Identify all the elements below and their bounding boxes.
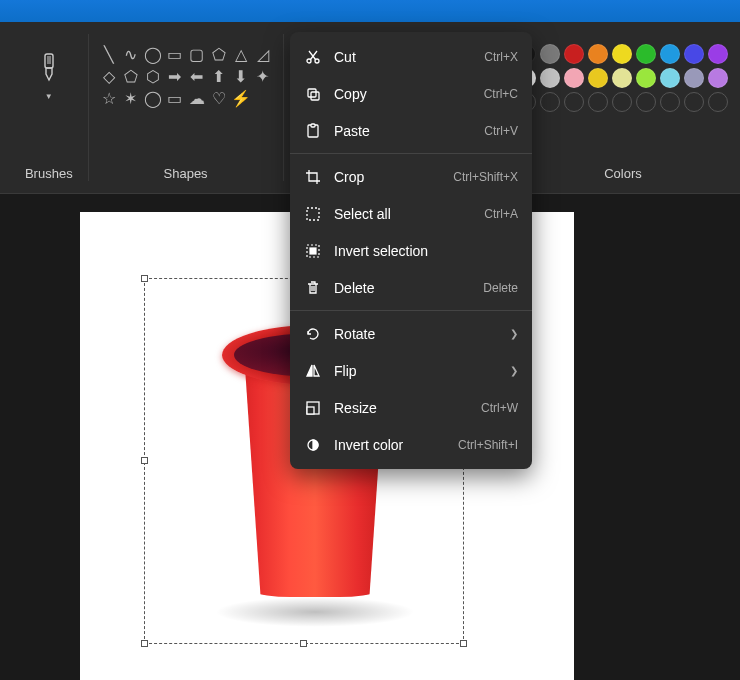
color-palette [516,44,730,114]
shape-curve[interactable]: ∿ [121,44,141,64]
selection-handle-br[interactable] [460,640,467,647]
color-swatch-empty[interactable] [588,92,608,112]
svg-point-3 [307,59,311,63]
window-titlebar[interactable] [0,0,740,22]
color-swatch[interactable] [612,44,632,64]
delete-icon [304,279,322,297]
shape-diamond[interactable]: ◇ [99,66,119,86]
color-swatch-empty[interactable] [612,92,632,112]
color-swatch[interactable] [564,68,584,88]
menu-item-delete[interactable]: DeleteDelete [290,269,532,306]
color-swatch[interactable] [660,68,680,88]
shape-arrow-up[interactable]: ⬆ [209,66,229,86]
rotate-icon [304,325,322,343]
menu-item-crop[interactable]: CropCtrl+Shift+X [290,158,532,195]
menu-item-select-all[interactable]: Select allCtrl+A [290,195,532,232]
menu-item-shortcut: Ctrl+V [484,124,518,138]
shape-oval[interactable]: ◯ [143,44,163,64]
menu-item-label: Invert color [334,437,458,453]
shape-polygon[interactable]: ⬠ [209,44,229,64]
copy-icon [304,85,322,103]
menu-separator [290,310,532,311]
shape-heart[interactable]: ♡ [209,88,229,108]
selection-handle-ml[interactable] [141,457,148,464]
colors-label: Colors [604,166,642,185]
shape-right-triangle[interactable]: ◿ [253,44,273,64]
menu-item-shortcut: Ctrl+W [481,401,518,415]
menu-item-flip[interactable]: Flip❯ [290,352,532,389]
shape-pentagon[interactable]: ⬠ [121,66,141,86]
shape-roundrect[interactable]: ▢ [187,44,207,64]
shape-star6[interactable]: ✶ [121,88,141,108]
selection-handle-bl[interactable] [141,640,148,647]
menu-item-label: Delete [334,280,483,296]
invert-selection-icon [304,242,322,260]
color-swatch-empty[interactable] [540,92,560,112]
shape-star5[interactable]: ☆ [99,88,119,108]
shape-hexagon[interactable]: ⬡ [143,66,163,86]
menu-item-cut[interactable]: CutCtrl+X [290,38,532,75]
menu-item-label: Select all [334,206,484,222]
menu-item-label: Copy [334,86,484,102]
shape-line[interactable]: ╲ [99,44,119,64]
color-swatch-empty[interactable] [660,92,680,112]
menu-item-invert-selection[interactable]: Invert selection [290,232,532,269]
color-swatch-empty[interactable] [564,92,584,112]
shape-callout-round[interactable]: ◯ [143,88,163,108]
shapes-group: ╲ ∿ ◯ ▭ ▢ ⬠ △ ◿ ◇ ⬠ ⬡ ➡ ⬅ ⬆ ⬇ ✦ ☆ ✶ ◯ ▭ … [89,22,283,193]
shape-rect[interactable]: ▭ [165,44,185,64]
selection-handle-bm[interactable] [300,640,307,647]
shape-star4[interactable]: ✦ [253,66,273,86]
color-swatch[interactable] [540,44,560,64]
svg-point-4 [315,59,319,63]
color-swatch[interactable] [588,44,608,64]
cut-icon [304,48,322,66]
menu-item-shortcut: Ctrl+Shift+X [453,170,518,184]
color-swatch[interactable] [540,68,560,88]
color-swatch[interactable] [660,44,680,64]
menu-item-label: Paste [334,123,484,139]
svg-rect-6 [311,92,319,100]
shape-triangle[interactable]: △ [231,44,251,64]
chevron-right-icon: ❯ [510,365,518,376]
color-swatch[interactable] [564,44,584,64]
selection-handle-tl[interactable] [141,275,148,282]
color-swatch[interactable] [612,68,632,88]
shape-callout-rect[interactable]: ▭ [165,88,185,108]
select-all-icon [304,205,322,223]
shape-arrow-down[interactable]: ⬇ [231,66,251,86]
color-swatch[interactable] [636,44,656,64]
crop-icon [304,168,322,186]
color-swatch-empty[interactable] [708,92,728,112]
colors-group: Colors [510,22,740,193]
menu-item-paste[interactable]: PasteCtrl+V [290,112,532,149]
color-swatch-empty[interactable] [636,92,656,112]
menu-item-shortcut: Ctrl+X [484,50,518,64]
menu-item-invert-color[interactable]: Invert colorCtrl+Shift+I [290,426,532,463]
chevron-down-icon[interactable]: ▼ [45,92,53,101]
menu-item-copy[interactable]: CopyCtrl+C [290,75,532,112]
color-swatch[interactable] [684,68,704,88]
menu-item-label: Flip [334,363,510,379]
invert-color-icon [304,436,322,454]
menu-item-resize[interactable]: ResizeCtrl+W [290,389,532,426]
color-swatch-empty[interactable] [684,92,704,112]
menu-item-shortcut: Ctrl+A [484,207,518,221]
menu-item-label: Cut [334,49,484,65]
brushes-label: Brushes [25,166,73,185]
shape-arrow-right[interactable]: ➡ [165,66,185,86]
color-swatch[interactable] [708,44,728,64]
shape-callout-cloud[interactable]: ☁ [187,88,207,108]
shape-lightning[interactable]: ⚡ [231,88,251,108]
color-swatch[interactable] [708,68,728,88]
menu-item-label: Crop [334,169,453,185]
menu-item-rotate[interactable]: Rotate❯ [290,315,532,352]
shape-arrow-left[interactable]: ⬅ [187,66,207,86]
svg-rect-11 [310,248,316,254]
shapes-grid: ╲ ∿ ◯ ▭ ▢ ⬠ △ ◿ ◇ ⬠ ⬡ ➡ ⬅ ⬆ ⬇ ✦ ☆ ✶ ◯ ▭ … [99,44,273,108]
brushes-icon[interactable] [30,48,68,86]
svg-rect-9 [307,208,319,220]
color-swatch[interactable] [684,44,704,64]
color-swatch[interactable] [588,68,608,88]
color-swatch[interactable] [636,68,656,88]
